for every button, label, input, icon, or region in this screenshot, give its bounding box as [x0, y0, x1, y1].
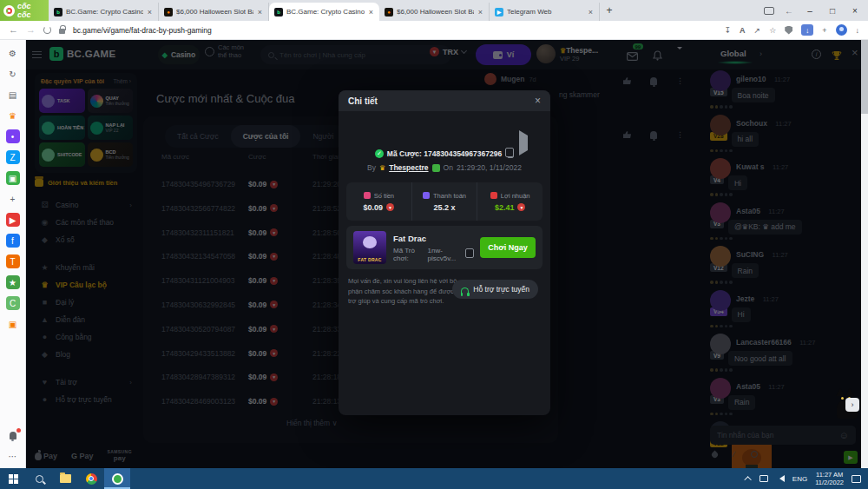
page-scrollbar[interactable] — [861, 40, 868, 468]
adblock-shield-icon[interactable] — [785, 26, 792, 35]
more-icon[interactable]: ⋯ — [6, 449, 20, 463]
windows-taskbar: ENG 11:27 AM 11/2/2022 — [0, 468, 868, 489]
play-now-button[interactable]: Chơi Ngay — [480, 237, 536, 258]
coccoc-brand-label: cốc cốc — [17, 2, 45, 19]
stat-value: 25.2 x — [433, 203, 455, 212]
tray-expand-icon[interactable] — [744, 476, 751, 483]
volume-icon[interactable] — [776, 475, 785, 482]
active-download-icon[interactable]: ↓ — [801, 24, 813, 36]
support-note: Mọi vấn đề, xin vui lòng liên hệ với bộ … — [348, 276, 459, 307]
tab-close-icon[interactable]: × — [477, 8, 483, 17]
toolbar-icon[interactable]: Z — [6, 150, 20, 164]
tab-close-icon[interactable]: × — [368, 8, 374, 17]
bet-id-value: Mã Cược: 1748304354967367296 — [387, 149, 502, 158]
toolbar-icon[interactable]: f — [6, 234, 20, 248]
tab-close-icon[interactable]: × — [257, 8, 263, 17]
toolbar-icon[interactable]: ▤ — [6, 88, 20, 102]
toolbar-icon[interactable]: C — [6, 296, 20, 310]
tab-favicon: b — [54, 8, 62, 17]
copy-icon[interactable] — [507, 150, 514, 158]
stat-cell: Lợi nhuận $2.41▼ — [477, 182, 542, 221]
notifications-bell-icon[interactable] — [6, 428, 20, 442]
copy-icon[interactable] — [467, 250, 473, 258]
tab-title: BC.Game: Crypto Casino Gan — [286, 8, 365, 16]
new-tab-button[interactable]: + — [600, 4, 619, 17]
close-window-button[interactable]: × — [849, 6, 861, 16]
coccoc-taskbar-icon[interactable] — [104, 468, 130, 489]
by-label: By — [367, 163, 376, 172]
chat-scroll-down-button[interactable]: › — [845, 398, 859, 412]
toolbar-icon[interactable]: ★ — [6, 275, 20, 289]
browser-tab[interactable]: ▶ Telegram Web × — [490, 3, 600, 21]
toolbar-icon[interactable]: ▶ — [6, 213, 20, 227]
network-icon[interactable] — [760, 475, 768, 482]
modal-header: Chi tiết × — [339, 90, 550, 111]
stat-value: $2.41▼ — [495, 203, 526, 212]
forward-icon[interactable]: → — [26, 25, 36, 35]
share-page-icon[interactable]: ↗ — [754, 26, 761, 35]
tab-favicon: ● — [164, 8, 173, 17]
browser-tab[interactable]: ● $6,000 Halloween Slot Battle × — [379, 3, 490, 21]
headset-icon — [461, 287, 469, 294]
toolbar-icon[interactable]: + — [6, 192, 20, 206]
back-icon[interactable]: ← — [9, 25, 18, 35]
bookmark-star-icon[interactable]: ☆ — [769, 26, 776, 35]
browser-tab[interactable]: b BC.Game: Crypto Casino Gan × — [269, 3, 379, 21]
file-explorer-icon[interactable] — [52, 468, 78, 489]
toolbar-icon[interactable]: ⚙ — [6, 46, 20, 60]
start-button[interactable] — [0, 468, 26, 489]
tab-close-icon[interactable]: × — [588, 8, 594, 17]
toolbar-icon[interactable]: ↻ — [6, 67, 20, 81]
toolbar-icon[interactable]: ♛ — [6, 109, 20, 122]
download-page-icon[interactable]: ↧ — [725, 26, 732, 35]
on-label: On — [444, 163, 453, 172]
stat-label: Thanh toán — [433, 192, 466, 200]
stat-icon — [423, 192, 430, 199]
live-support-button[interactable]: Hỗ trợ trực tuyến — [452, 280, 538, 299]
chrome-icon[interactable] — [78, 468, 104, 489]
game-thumbnail[interactable]: FAT DRAC — [353, 231, 386, 264]
modal-title: Chi tiết — [348, 96, 378, 106]
tab-close-icon[interactable]: × — [147, 8, 153, 17]
stat-label: Lợi nhuận — [501, 192, 530, 200]
reopen-tab-icon[interactable]: ← — [785, 6, 793, 16]
cast-icon[interactable] — [764, 7, 774, 15]
taskbar-search-icon[interactable] — [26, 468, 52, 489]
reload-icon[interactable] — [43, 26, 51, 34]
url-text[interactable]: bc.game/vi/game/fat-drac-by-push-gaming — [73, 26, 212, 35]
taskbar-clock[interactable]: 11:27 AM 11/2/2022 — [815, 471, 844, 487]
modal-close-icon[interactable]: × — [535, 95, 541, 107]
stat-icon — [490, 192, 497, 199]
stat-cell: Số tiền $0.09▼ — [346, 182, 411, 221]
user-badge-icon — [432, 164, 440, 172]
bet-username[interactable]: Thespectre — [389, 163, 428, 172]
tab-title: Telegram Web — [507, 8, 584, 16]
maximize-button[interactable]: □ — [826, 6, 838, 16]
action-center-icon[interactable] — [852, 475, 861, 483]
scrollbar-thumb[interactable] — [861, 40, 868, 114]
coccoc-logo-icon — [3, 5, 15, 17]
trx-coin-icon: ▼ — [517, 203, 525, 211]
stat-cell: Thanh toán 25.2 x — [411, 182, 477, 221]
toolbar-icon[interactable]: ▣ — [6, 171, 20, 185]
tab-title: BC.Game: Crypto Casino Gan — [66, 8, 143, 16]
browser-tab[interactable]: b BC.Game: Crypto Casino Gan × — [49, 3, 159, 21]
profile-avatar-icon[interactable] — [836, 24, 847, 36]
language-indicator[interactable]: ENG — [792, 475, 807, 483]
bet-stats: Số tiền $0.09▼ Thanh toán 25.2 x Lợi nhu… — [346, 182, 542, 221]
toolbar-icon[interactable]: • — [6, 129, 20, 143]
bet-author-row: By ♛ Thespectre On 21:29:20, 1/11/2022 — [339, 163, 550, 172]
browser-tab[interactable]: ● $6,000 Halloween Slot Battle × — [159, 3, 269, 21]
toolbar-icon[interactable]: ▣ — [6, 317, 20, 331]
translate-icon[interactable]: A — [740, 26, 746, 35]
coccoc-brand[interactable]: cốc cốc — [0, 0, 49, 21]
game-card: FAT DRAC Fat Drac Mã Trò chơi:1nw-piscv5… — [346, 226, 542, 269]
tab-title: $6,000 Halloween Slot Battle — [176, 8, 253, 16]
tab-favicon: b — [274, 8, 283, 17]
extension-icon[interactable]: + — [822, 26, 826, 35]
toolbar-icon[interactable]: T — [6, 254, 20, 268]
stat-label: Số tiền — [374, 192, 394, 200]
minimize-button[interactable]: – — [804, 6, 816, 16]
game-name: Fat Drac — [393, 234, 473, 243]
downloads-icon[interactable]: ↓ — [856, 26, 860, 35]
